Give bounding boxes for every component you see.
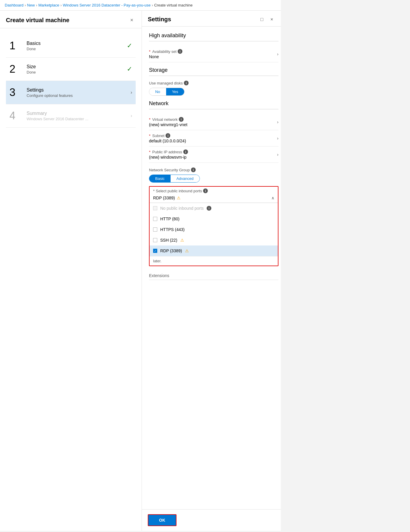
step-1-info: Basics Done	[24, 41, 124, 51]
availability-set-left: * Availability set i None	[149, 49, 273, 59]
ok-button[interactable]: OK	[148, 514, 176, 526]
subnet-info-icon[interactable]: i	[166, 133, 170, 138]
step-2-size[interactable]: 2 Size Done ✓	[6, 58, 136, 81]
high-availability-title: High availability	[149, 32, 278, 39]
availability-set-value: None	[149, 54, 273, 59]
step-2-info: Size Done	[24, 64, 124, 74]
breadcrumb-sep-1: ›	[25, 3, 26, 7]
subnet-label: * Subnet i	[149, 133, 273, 138]
breadcrumb-new[interactable]: New	[27, 3, 35, 7]
public-ip-chevron-icon: ›	[277, 152, 278, 157]
right-panel-close-button[interactable]: ×	[269, 16, 275, 23]
breadcrumb-sep-4: ›	[152, 3, 153, 7]
maximize-button[interactable]: □	[259, 16, 265, 23]
subnet-value: default (10.0.0.0/24)	[149, 139, 273, 143]
dropdown-item-https[interactable]: HTTPS (443)	[150, 224, 278, 235]
step-4-name: Summary	[27, 111, 128, 116]
managed-disks-yes-button[interactable]: Yes	[166, 88, 184, 95]
step-3-settings[interactable]: 3 Settings Configure optional features ›	[6, 81, 136, 104]
step-4-number: 4	[9, 110, 24, 122]
virtual-network-chevron-icon: ›	[277, 120, 278, 124]
dropdown-item-http-checkbox	[153, 217, 157, 221]
managed-disks-info-icon[interactable]: i	[184, 81, 189, 85]
inbound-ports-list: No public inbound ports i HTTP (80) HTTP…	[150, 203, 278, 256]
high-availability-section: High availability * Availability set i N…	[149, 32, 278, 62]
step-4-arrow-icon: ›	[131, 113, 132, 118]
dropdown-item-https-label: HTTPS (443)	[160, 227, 184, 232]
step-3-sub: Configure optional features	[27, 93, 128, 98]
step-1-basics[interactable]: 1 Basics Done ✓	[6, 34, 136, 58]
inbound-ports-selected-value: RDP (3389) ⚠	[153, 196, 181, 200]
breadcrumb-marketplace[interactable]: Marketplace	[38, 3, 59, 7]
dropdown-item-ssh-warning-icon: ⚠	[180, 238, 184, 243]
left-panel-header: Create virtual machine ×	[0, 11, 142, 28]
nsg-toggle[interactable]: Basic Advanced	[149, 175, 200, 183]
nsg-advanced-button[interactable]: Advanced	[171, 175, 200, 182]
step-3-info: Settings Configure optional features	[24, 87, 128, 98]
public-ip-required: *	[149, 150, 150, 154]
virtual-network-field[interactable]: * Virtual network i (new) winvmrg1-vnet …	[149, 114, 278, 130]
inbound-ports-dropdown-header[interactable]: RDP (3389) ⚠ ∧	[150, 193, 278, 203]
virtual-network-value: (new) winvmrg1-vnet	[149, 122, 273, 127]
subnet-label-text: Subnet	[152, 134, 164, 138]
dropdown-item-ssh-label: SSH (22)	[160, 238, 177, 243]
step-1-sub: Done	[27, 47, 124, 51]
step-2-name: Size	[27, 64, 124, 69]
subnet-field[interactable]: * Subnet i default (10.0.0.0/24) ›	[149, 130, 278, 147]
availability-set-required: *	[149, 49, 150, 54]
ok-footer: OK	[142, 509, 281, 531]
dropdown-item-none[interactable]: No public inbound ports i	[150, 203, 278, 214]
step-2-check-icon: ✓	[127, 65, 132, 73]
inbound-ports-selected-text: RDP (3389)	[153, 196, 175, 200]
availability-set-info-icon[interactable]: i	[178, 49, 182, 54]
inbound-ports-required: *	[153, 189, 155, 193]
high-availability-divider	[149, 41, 278, 41]
dropdown-item-https-checkbox	[153, 227, 157, 232]
step-3-arrow-icon: ›	[131, 90, 132, 95]
breadcrumb-product[interactable]: Windows Server 2016 Datacenter - Pay-as-…	[63, 3, 150, 7]
managed-disks-no-button[interactable]: No	[149, 88, 166, 95]
right-panel: Settings □ × High availability * Availab…	[142, 11, 281, 531]
step-2-number: 2	[9, 63, 24, 75]
public-ip-field[interactable]: * Public IP address i (new) windowsvm-ip…	[149, 147, 278, 163]
breadcrumb-dashboard[interactable]: Dashboard	[5, 3, 24, 7]
public-ip-value: (new) windowsvm-ip	[149, 155, 273, 160]
availability-set-field[interactable]: * Availability set i None ›	[149, 46, 278, 62]
subnet-chevron-icon: ›	[277, 136, 278, 141]
extensions-label: Extensions	[149, 273, 278, 280]
step-4-info: Summary Windows Server 2016 Datacenter .…	[24, 111, 128, 121]
step-3-name: Settings	[27, 87, 128, 93]
dropdown-chevron-up-icon: ∧	[271, 196, 274, 200]
extensions-section: Extensions	[149, 271, 278, 280]
dropdown-item-none-info-icon: i	[207, 206, 211, 211]
step-3-number: 3	[9, 86, 24, 99]
dropdown-item-rdp[interactable]: ✓ RDP (3389) ⚠	[150, 245, 278, 256]
inbound-ports-label-text: Select public inbound ports	[156, 189, 202, 193]
main-container: Create virtual machine × 1 Basics Done ✓…	[0, 11, 281, 531]
nsg-info-icon[interactable]: i	[191, 167, 196, 172]
dropdown-item-rdp-label: RDP (3389)	[160, 248, 182, 253]
virtual-network-label: * Virtual network i	[149, 117, 273, 122]
step-1-check-icon: ✓	[127, 42, 132, 50]
nsg-label-text: Network Security Group	[149, 168, 190, 172]
step-2-sub: Done	[27, 70, 124, 74]
steps-container: 1 Basics Done ✓ 2 Size Done ✓ 3	[0, 28, 142, 531]
nsg-section: Network Security Group i Basic Advanced	[149, 167, 278, 183]
managed-disks-toggle[interactable]: No Yes	[149, 88, 184, 96]
public-ip-info-icon[interactable]: i	[183, 149, 188, 154]
dropdown-item-ssh[interactable]: SSH (22) ⚠	[150, 235, 278, 245]
step-1-number: 1	[9, 40, 24, 52]
nsg-label: Network Security Group i	[149, 167, 278, 172]
left-panel-close-button[interactable]: ×	[128, 16, 136, 25]
availability-set-label-text: Availability set	[152, 49, 176, 54]
left-panel-title: Create virtual machine	[6, 17, 69, 24]
inbound-ports-info-icon[interactable]: i	[203, 188, 208, 193]
dropdown-item-none-checkbox	[153, 206, 157, 210]
step-4-summary[interactable]: 4 Summary Windows Server 2016 Datacenter…	[6, 104, 136, 128]
dropdown-item-http[interactable]: HTTP (80)	[150, 214, 278, 224]
dropdown-item-rdp-warning-icon: ⚠	[185, 248, 189, 253]
breadcrumb-sep-2: ›	[36, 3, 37, 7]
virtual-network-info-icon[interactable]: i	[179, 117, 184, 122]
step-1-name: Basics	[27, 41, 124, 46]
nsg-basic-button[interactable]: Basic	[149, 175, 171, 182]
